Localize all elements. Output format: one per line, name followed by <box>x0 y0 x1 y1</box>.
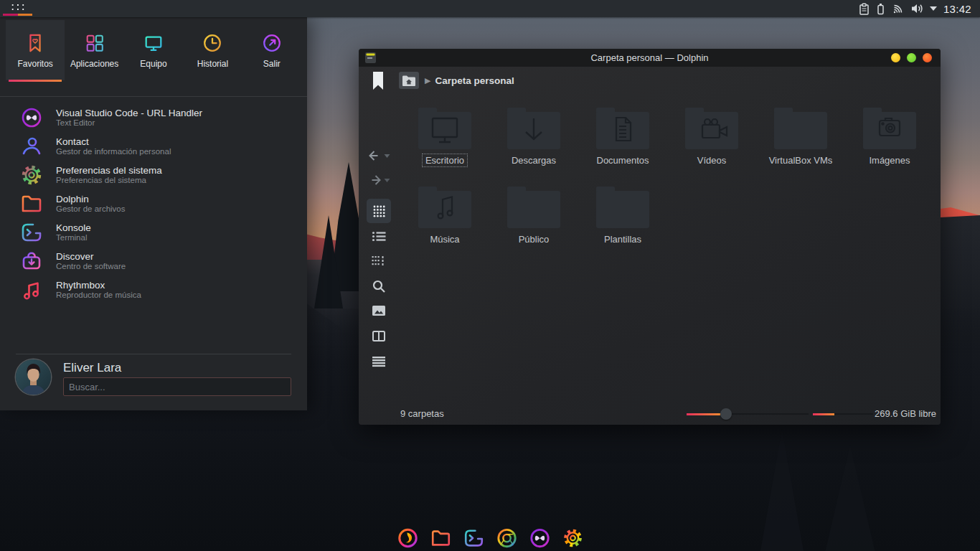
folder-document-icon <box>595 106 651 151</box>
music-note-icon <box>20 278 43 301</box>
terminal-icon <box>20 221 43 244</box>
dock <box>397 527 584 549</box>
software-bag-icon <box>20 250 43 273</box>
folder-label: Música <box>426 232 463 246</box>
vscode-icon <box>529 527 550 549</box>
dock-chrome[interactable] <box>496 527 518 549</box>
location-toolbar: ▶ Carpeta personal <box>359 67 941 94</box>
favorite-vscode[interactable]: Visual Studio Code - URL Handler Text Ed… <box>0 103 307 132</box>
favorite-preferencias[interactable]: Preferencias del sistema Preferencias de… <box>0 161 307 189</box>
app-grid-icon <box>84 32 105 54</box>
folder-documentos[interactable]: Documentos <box>578 106 667 185</box>
clock[interactable]: 13:42 <box>943 3 971 15</box>
terminal-icon <box>463 527 484 549</box>
favorite-subtitle: Centro de software <box>56 262 126 271</box>
leave-icon <box>261 32 283 54</box>
compact-view-button[interactable] <box>372 255 386 266</box>
folder-desktop-icon <box>417 106 473 151</box>
menu-tab-bar: Favoritos Aplicaciones Equipo <box>6 20 301 80</box>
computer-icon <box>143 32 164 54</box>
avatar[interactable] <box>16 359 51 395</box>
folder-camera-icon <box>862 106 918 151</box>
favorite-title: Rhythmbox <box>56 280 141 291</box>
window-sidebar <box>359 94 399 403</box>
dock-dolphin[interactable] <box>430 527 452 549</box>
folder-virtualbox-vms[interactable]: VirtualBox VMs <box>756 106 845 185</box>
caret-down-icon[interactable] <box>930 6 937 11</box>
favorite-subtitle: Gestor de archivos <box>56 204 126 214</box>
menu-button[interactable] <box>372 357 385 367</box>
slider-fill <box>687 413 720 415</box>
folder-descargas[interactable]: Descargas <box>489 106 578 185</box>
desktop: 13:42 Favoritos Aplicaciones <box>0 0 980 551</box>
status-bar: 9 carpetas 269.6 GiB libre <box>359 403 941 425</box>
folder-publico[interactable]: Público <box>489 185 578 264</box>
home-button[interactable] <box>399 72 419 89</box>
tab-equipo[interactable]: Equipo <box>124 20 183 80</box>
minimize-button[interactable] <box>891 53 900 62</box>
tab-historial[interactable]: Historial <box>183 20 242 80</box>
battery-icon[interactable] <box>876 3 885 15</box>
user-name: Eliver Lara <box>63 361 121 375</box>
favorite-rhythmbox[interactable]: Rhythmbox Reproductor de música <box>0 276 307 304</box>
breadcrumb-separator: ▶ <box>425 76 430 85</box>
folder-musica[interactable]: Música <box>400 185 489 264</box>
grid-view-button[interactable] <box>367 199 391 223</box>
back-button[interactable] <box>368 150 390 161</box>
favorite-title: Kontact <box>56 136 171 147</box>
favorite-subtitle: Terminal <box>56 233 91 242</box>
dock-vscode[interactable] <box>529 527 551 549</box>
home-folder-icon <box>402 75 415 86</box>
maximize-button[interactable] <box>907 53 916 62</box>
favorite-title: Dolphin <box>56 194 126 204</box>
menu-divider <box>0 96 307 97</box>
dock-konsole[interactable] <box>463 527 485 549</box>
folder-plantillas[interactable]: Plantillas <box>578 185 667 264</box>
folder-imagenes[interactable]: Imágenes <box>845 106 934 185</box>
favorite-konsole[interactable]: Konsole Terminal <box>0 218 307 247</box>
favorite-title: Visual Studio Code - URL Handler <box>56 108 202 118</box>
forward-button[interactable] <box>368 174 390 186</box>
tab-label: Aplicaciones <box>70 59 118 69</box>
list-view-icon <box>372 231 386 242</box>
breadcrumb-location[interactable]: Carpeta personal <box>435 75 514 86</box>
list-view-button[interactable] <box>372 231 386 242</box>
bookmark-heart-icon <box>24 32 46 54</box>
tab-favoritos[interactable]: Favoritos <box>6 20 65 80</box>
volume-icon[interactable] <box>910 3 923 14</box>
tab-salir[interactable]: Salir <box>242 20 301 80</box>
vscode-icon <box>20 106 43 129</box>
search-input[interactable] <box>63 377 291 396</box>
bookmark-icon[interactable] <box>373 72 383 90</box>
dock-settings[interactable] <box>562 527 584 549</box>
favorite-dolphin[interactable]: Dolphin Gestor de archivos <box>0 189 307 218</box>
dolphin-window: Carpeta personal — Dolphin ▶ Carpeta per… <box>359 49 941 425</box>
split-view-button[interactable] <box>372 331 385 342</box>
close-button[interactable] <box>923 53 932 62</box>
slider-handle[interactable] <box>720 408 732 420</box>
favorite-subtitle: Gestor de información personal <box>56 147 171 156</box>
folder-escritorio[interactable]: Escritorio <box>400 106 489 185</box>
application-menu: Favoritos Aplicaciones Equipo <box>0 17 307 410</box>
folder-label: Imágenes <box>865 154 913 167</box>
chrome-icon <box>496 527 517 549</box>
search-button[interactable] <box>372 280 385 293</box>
gear-icon <box>20 164 43 187</box>
preview-button[interactable] <box>372 306 385 316</box>
tab-aplicaciones[interactable]: Aplicaciones <box>65 20 123 80</box>
window-titlebar[interactable]: Carpeta personal — Dolphin <box>359 49 941 67</box>
compact-view-icon <box>372 255 386 266</box>
zoom-slider[interactable] <box>687 403 809 425</box>
folder-label: Escritorio <box>422 154 468 167</box>
disk-usage-bar <box>813 403 873 425</box>
favorite-kontact[interactable]: Kontact Gestor de información personal <box>0 132 307 161</box>
network-icon[interactable] <box>892 3 904 14</box>
app-launcher-button[interactable] <box>0 0 33 17</box>
clipboard-icon[interactable] <box>859 3 870 15</box>
image-icon <box>372 306 385 316</box>
favorite-discover[interactable]: Discover Centro de software <box>0 247 307 276</box>
dock-firefox[interactable] <box>397 527 419 549</box>
folder-videos[interactable]: Vídeos <box>667 106 756 185</box>
user-area: Eliver Lara <box>0 354 307 410</box>
gear-icon <box>562 527 583 549</box>
